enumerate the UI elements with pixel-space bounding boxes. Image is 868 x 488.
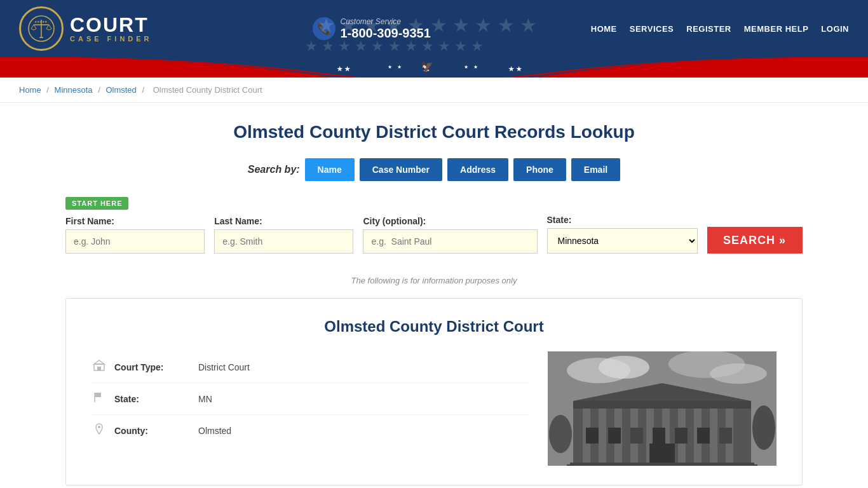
svg-rect-19 <box>95 393 101 397</box>
info-note: The following is for information purpose… <box>65 276 803 285</box>
state-row: State: MN <box>92 383 529 415</box>
svg-point-24 <box>599 356 649 379</box>
state-label-row: State: <box>114 394 191 404</box>
city-group: City (optional): <box>363 216 537 254</box>
breadcrumb-current: Olmsted County District Court <box>153 85 262 95</box>
main-content: Olmsted County District Court Records Lo… <box>53 103 815 488</box>
svg-rect-43 <box>653 428 665 444</box>
building-icon <box>92 359 107 375</box>
breadcrumb-sep-3: / <box>142 85 146 95</box>
svg-rect-46 <box>719 428 732 444</box>
breadcrumb-minnesota[interactable]: Minnesota <box>55 85 93 95</box>
logo-circle: ★★★★★ <box>19 6 64 51</box>
logo-area: ★★★★★ COURT CASE FINDER <box>19 6 153 51</box>
svg-text:★: ★ <box>464 64 468 70</box>
last-name-group: Last Name: <box>214 216 353 254</box>
search-by-label: Search by: <box>248 164 300 175</box>
svg-point-21 <box>98 426 100 428</box>
state-flag-icon <box>92 391 107 407</box>
county-label: County: <box>114 426 191 436</box>
svg-text:★: ★ <box>473 64 478 70</box>
tab-email[interactable]: Email <box>571 158 620 181</box>
svg-rect-49 <box>570 463 754 465</box>
nav-login[interactable]: LOGIN <box>821 24 849 34</box>
first-name-input[interactable] <box>65 229 205 254</box>
cs-label: Customer Service <box>341 17 431 26</box>
main-nav: HOME SERVICES REGISTER MEMBER HELP LOGIN <box>591 24 849 34</box>
tab-phone[interactable]: Phone <box>513 158 566 181</box>
search-form-row: First Name: Last Name: City (optional): … <box>65 215 803 254</box>
svg-point-26 <box>710 363 767 384</box>
nav-register[interactable]: REGISTER <box>686 24 731 34</box>
city-input[interactable] <box>363 229 537 254</box>
svg-rect-17 <box>97 367 99 370</box>
court-card-body: Court Type: District Court State: MN <box>92 351 776 466</box>
court-type-label: Court Type: <box>114 362 191 372</box>
tab-address[interactable]: Address <box>447 158 508 181</box>
logo-text: COURT CASE FINDER <box>70 15 153 43</box>
svg-rect-47 <box>649 444 675 466</box>
svg-rect-44 <box>675 428 688 444</box>
first-name-label: First Name: <box>65 216 205 226</box>
court-card-title: Olmsted County District Court <box>92 318 776 336</box>
svg-point-51 <box>752 405 775 450</box>
breadcrumb-sep-2: / <box>98 85 102 95</box>
map-pin-icon <box>92 423 107 438</box>
svg-text:★ ★: ★ ★ <box>337 65 351 72</box>
last-name-input[interactable] <box>214 229 353 254</box>
search-button-label: SEARCH » <box>723 234 786 247</box>
city-label: City (optional): <box>363 216 537 226</box>
state-select[interactable]: Minnesota Alabama Alaska Arizona Arkansa… <box>547 228 698 254</box>
search-button[interactable]: SEARCH » <box>707 227 803 254</box>
search-by-row: Search by: Name Case Number Address Phon… <box>65 158 803 181</box>
court-image <box>548 351 776 466</box>
first-name-group: First Name: <box>65 216 205 254</box>
county-value: Olmsted <box>198 426 231 436</box>
svg-point-50 <box>549 415 572 453</box>
svg-text:★ ★ ★ ★ ★ ★ ★ ★ ★ ★ ★: ★ ★ ★ ★ ★ ★ ★ ★ ★ ★ ★ <box>305 38 484 54</box>
phone-icon: 📞 <box>313 17 336 40</box>
court-type-row: Court Type: District Court <box>92 351 529 383</box>
county-row: County: Olmsted <box>92 415 529 446</box>
page-title: Olmsted County District Court Records Lo… <box>65 122 803 142</box>
site-header: ★ ★ ★ ★ ★ ★ ★ ★ ★ ★ ★ ★ ★ ★ ★ ★ ★ ★ ★ ★ … <box>0 0 868 57</box>
svg-rect-36 <box>710 405 717 463</box>
state-label: State: <box>547 215 698 225</box>
svg-text:★ ★: ★ ★ <box>508 65 522 72</box>
nav-member-help[interactable]: MEMBER HELP <box>744 24 809 34</box>
tab-name[interactable]: Name <box>305 158 355 181</box>
svg-rect-18 <box>99 367 101 370</box>
court-card: Olmsted County District Court Court Type… <box>65 298 803 485</box>
svg-marker-16 <box>94 360 104 364</box>
svg-rect-42 <box>630 428 643 444</box>
svg-text:🦅: 🦅 <box>421 60 433 72</box>
logo-finder-label: CASE FINDER <box>70 35 153 43</box>
court-info-table: Court Type: District Court State: MN <box>92 351 529 466</box>
start-here-badge: START HERE <box>65 197 128 210</box>
svg-text:★: ★ <box>397 64 402 70</box>
svg-rect-41 <box>608 428 621 444</box>
svg-text:★★★★★: ★★★★★ <box>34 20 48 24</box>
state-group: State: Minnesota Alabama Alaska Arizona … <box>547 215 698 254</box>
breadcrumb-home[interactable]: Home <box>19 85 41 95</box>
court-type-value: District Court <box>198 362 250 372</box>
svg-rect-29 <box>599 405 606 463</box>
svg-rect-40 <box>586 428 599 444</box>
breadcrumb-sep-1: / <box>46 85 51 95</box>
logo-icon: ★★★★★ <box>27 15 55 43</box>
nav-home[interactable]: HOME <box>591 24 617 34</box>
svg-rect-45 <box>697 428 710 444</box>
courthouse-svg <box>548 351 776 466</box>
nav-services[interactable]: SERVICES <box>630 24 674 34</box>
customer-service-text: Customer Service 1-800-309-9351 <box>341 17 431 41</box>
breadcrumb-olmsted[interactable]: Olmsted <box>105 85 136 95</box>
customer-service: 📞 Customer Service 1-800-309-9351 <box>313 17 431 41</box>
tab-case-number[interactable]: Case Number <box>360 158 442 181</box>
state-value: MN <box>198 394 212 404</box>
breadcrumb: Home / Minnesota / Olmsted / Olmsted Cou… <box>0 78 868 103</box>
logo-court-label: COURT <box>70 15 153 35</box>
wave-banner: ★ ★ ★ ★ 🦅 ★ ★ ★ ★ <box>0 57 868 78</box>
last-name-label: Last Name: <box>214 216 353 226</box>
cs-phone: 1-800-309-9351 <box>341 26 431 41</box>
svg-rect-38 <box>573 401 751 409</box>
